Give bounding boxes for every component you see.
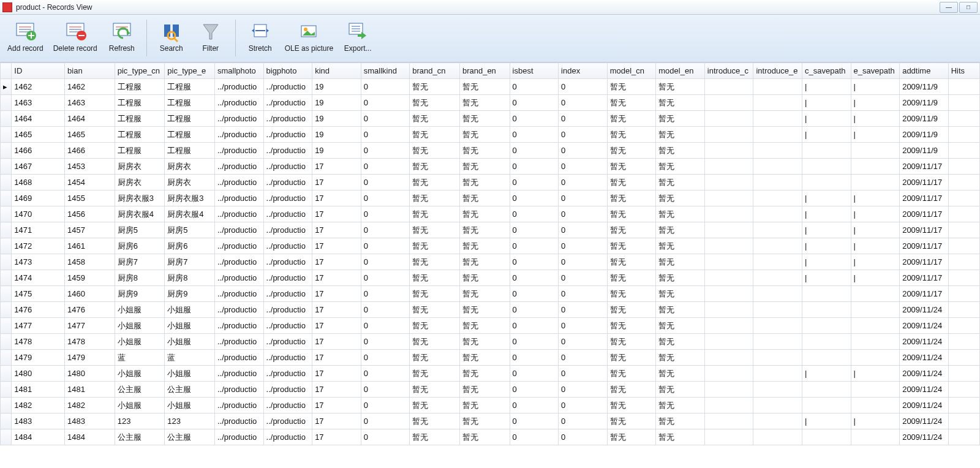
cell-model_en[interactable]: 暂无 [656,382,705,398]
cell-c_savepath[interactable]: | [802,270,851,286]
cell-index[interactable]: 0 [559,429,608,445]
row-selector[interactable] [1,159,12,175]
cell-index[interactable]: 0 [559,111,608,127]
cell-c_savepath[interactable] [802,350,851,366]
cell-introduce_e[interactable] [753,413,802,429]
cell-bian[interactable]: 1466 [65,143,115,159]
cell-introduce_e[interactable] [753,159,802,175]
column-header-brand_en[interactable]: brand_en [459,63,510,79]
cell-pic_type_e[interactable]: 厨房8 [165,270,215,286]
cell-addtime[interactable]: 2009/11/17 [900,206,949,222]
cell-smallphoto[interactable]: ../productio [214,111,263,127]
cell-model_cn[interactable]: 暂无 [607,79,656,95]
cell-pic_type_e[interactable]: 厨房7 [165,254,215,270]
cell-model_en[interactable]: 暂无 [656,159,705,175]
cell-c_savepath[interactable]: | [802,127,851,143]
cell-isbest[interactable]: 0 [510,175,559,191]
cell-c_savepath[interactable] [802,382,851,398]
cell-index[interactable]: 0 [559,206,608,222]
column-header-addtime[interactable]: addtime [900,63,949,79]
stretch-button[interactable]: Stretch [242,17,279,60]
cell-addtime[interactable]: 2009/11/24 [900,318,949,334]
cell-bian[interactable]: 1454 [65,175,115,191]
cell-index[interactable]: 0 [559,191,608,206]
table-row[interactable]: 14651465工程服工程服../productio../productio19… [1,127,980,143]
table-row[interactable]: 14821482小姐服小姐服../productio../productio17… [1,398,980,413]
cell-c_savepath[interactable]: | [802,79,851,95]
cell-model_en[interactable]: 暂无 [656,111,705,127]
cell-brand_en[interactable]: 暂无 [459,111,510,127]
cell-c_savepath[interactable] [802,429,851,445]
cell-brand_cn[interactable]: 暂无 [410,413,460,429]
cell-pic_type_cn[interactable]: 工程服 [115,111,165,127]
ole-as-picture-button[interactable]: OLE as picture [281,17,337,60]
cell-introduce_c[interactable] [704,238,753,254]
cell-addtime[interactable]: 2009/11/24 [900,334,949,350]
cell-introduce_c[interactable] [704,429,753,445]
row-selector[interactable] [1,366,12,382]
cell-brand_cn[interactable]: 暂无 [410,175,460,191]
cell-isbest[interactable]: 0 [510,191,559,206]
table-row[interactable]: 14741459厨房8厨房8../productio../productio17… [1,270,980,286]
table-row[interactable]: 14631463工程服工程服../productio../productio19… [1,95,980,111]
cell-introduce_c[interactable] [704,79,753,95]
column-header-introduce_c[interactable]: introduce_c [704,63,753,79]
maximize-button[interactable]: □ [959,2,978,13]
cell-pic_type_e[interactable]: 工程服 [165,111,215,127]
cell-smallkind[interactable]: 0 [361,79,410,95]
cell-id[interactable]: 1467 [12,159,65,175]
cell-kind[interactable]: 17 [312,159,361,175]
cell-smallkind[interactable]: 0 [361,302,410,318]
cell-brand_en[interactable]: 暂无 [459,429,510,445]
cell-pic_type_cn[interactable]: 123 [115,413,165,429]
cell-introduce_e[interactable] [753,127,802,143]
cell-e_savepath[interactable]: | [851,191,900,206]
cell-smallphoto[interactable]: ../productio [214,286,263,302]
cell-smallphoto[interactable]: ../productio [214,191,263,206]
cell-smallkind[interactable]: 0 [361,175,410,191]
row-selector[interactable] [1,111,12,127]
cell-introduce_c[interactable] [704,206,753,222]
cell-kind[interactable]: 17 [312,302,361,318]
cell-id[interactable]: 1474 [12,270,65,286]
cell-pic_type_cn[interactable]: 厨房8 [115,270,165,286]
cell-smallphoto[interactable]: ../productio [214,350,263,366]
table-row[interactable]: 14771477小姐服小姐服../productio../productio17… [1,318,980,334]
cell-index[interactable]: 0 [559,270,608,286]
cell-brand_en[interactable]: 暂无 [459,254,510,270]
cell-brand_en[interactable]: 暂无 [459,286,510,302]
cell-bian[interactable]: 1478 [65,334,115,350]
cell-bian[interactable]: 1480 [65,366,115,382]
cell-pic_type_cn[interactable]: 工程服 [115,79,165,95]
cell-model_cn[interactable]: 暂无 [607,366,656,382]
cell-index[interactable]: 0 [559,286,608,302]
cell-brand_cn[interactable]: 暂无 [410,270,460,286]
cell-brand_en[interactable]: 暂无 [459,127,510,143]
table-row[interactable]: 14831483123123../productio../productio17… [1,413,980,429]
row-selector[interactable] [1,429,12,445]
cell-index[interactable]: 0 [559,238,608,254]
cell-brand_cn[interactable]: 暂无 [410,143,460,159]
cell-smallkind[interactable]: 0 [361,286,410,302]
cell-bian[interactable]: 1458 [65,254,115,270]
cell-introduce_c[interactable] [704,191,753,206]
cell-id[interactable]: 1472 [12,238,65,254]
cell-pic_type_e[interactable]: 小姐服 [165,366,215,382]
cell-pic_type_cn[interactable]: 工程服 [115,127,165,143]
cell-hits[interactable] [948,175,979,191]
cell-introduce_c[interactable] [704,175,753,191]
cell-introduce_e[interactable] [753,350,802,366]
cell-introduce_c[interactable] [704,413,753,429]
cell-brand_cn[interactable]: 暂无 [410,382,460,398]
cell-isbest[interactable]: 0 [510,143,559,159]
cell-brand_en[interactable]: 暂无 [459,159,510,175]
cell-index[interactable]: 0 [559,350,608,366]
column-header-introduce_e[interactable]: introduce_e [753,63,802,79]
cell-hits[interactable] [948,206,979,222]
cell-brand_en[interactable]: 暂无 [459,413,510,429]
cell-index[interactable]: 0 [559,159,608,175]
row-selector[interactable] [1,191,12,206]
cell-model_en[interactable]: 暂无 [656,350,705,366]
cell-index[interactable]: 0 [559,127,608,143]
column-header-bian[interactable]: bian [65,63,115,79]
